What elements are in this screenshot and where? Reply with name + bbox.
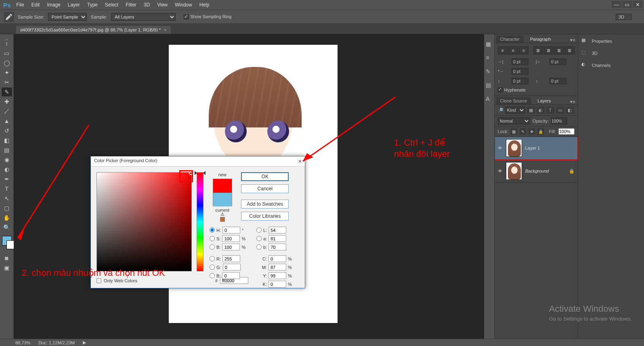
fill-input[interactable] xyxy=(558,128,575,135)
zoom-tool[interactable]: 🔍 xyxy=(2,223,12,232)
channels-collapsed[interactable]: ◐Channels xyxy=(581,62,641,69)
close-icon[interactable]: × xyxy=(298,158,302,165)
quick-mask[interactable]: ◙ xyxy=(2,254,12,263)
s-input[interactable] xyxy=(222,235,240,242)
align-center[interactable]: ≡ xyxy=(508,46,518,54)
menu-type[interactable]: Type xyxy=(87,2,98,8)
opacity-input[interactable] xyxy=(551,117,567,125)
mini-para-icon[interactable]: ≡ xyxy=(486,54,492,61)
screen-modes[interactable]: ▣ xyxy=(2,263,12,272)
y-input[interactable] xyxy=(269,272,286,279)
crop-tool[interactable]: ✂ xyxy=(2,78,12,87)
color-libraries-button[interactable]: Color Libraries xyxy=(241,212,289,221)
menu-window[interactable]: Window xyxy=(175,2,192,8)
filter-adjust-icon[interactable]: ◐ xyxy=(537,106,545,114)
path-tool[interactable]: ↖ xyxy=(2,194,12,203)
filter-smart-icon[interactable]: ◧ xyxy=(566,106,574,114)
heal-tool[interactable]: ✚ xyxy=(2,97,12,106)
align-left[interactable]: ≡ xyxy=(498,46,508,54)
lock-transparency-icon[interactable]: ▦ xyxy=(511,128,517,135)
hyphenate-checkbox[interactable] xyxy=(498,88,503,92)
menu-filter[interactable]: Filter xyxy=(126,2,136,8)
justify-right[interactable]: ≣ xyxy=(554,46,564,54)
layer-thumbnail[interactable] xyxy=(506,162,522,180)
eraser-tool[interactable]: ◧ xyxy=(2,136,12,145)
space-after-input[interactable] xyxy=(550,78,566,84)
lock-pixels-icon[interactable]: ✎ xyxy=(520,128,526,135)
layer-filter-kind[interactable]: Kind xyxy=(505,106,525,114)
menu-help[interactable]: Help xyxy=(199,2,210,8)
zoom-level[interactable]: 88,73% xyxy=(15,340,30,345)
blur-tool[interactable]: ◉ xyxy=(2,155,12,164)
r-radio[interactable] xyxy=(210,256,215,261)
color-field[interactable] xyxy=(96,172,192,271)
window-close[interactable]: ✕ xyxy=(633,1,642,8)
document-tab[interactable]: d409f73302c5d1aa666ec0ae1d4e797f.jpg @ 8… xyxy=(16,26,171,34)
layers-panel-menu[interactable]: ▾≡ xyxy=(570,99,575,104)
l-radio[interactable] xyxy=(256,227,262,233)
mini-nav-icon[interactable]: ▦ xyxy=(486,41,492,47)
dodge-tool[interactable]: ◐ xyxy=(2,165,12,174)
menu-view[interactable]: View xyxy=(157,2,168,8)
justify-all[interactable]: ≣ xyxy=(565,46,575,54)
doc-info[interactable]: Doc: 1,12M/2,23M xyxy=(38,340,75,345)
justify-left[interactable]: ≣ xyxy=(533,46,543,54)
ok-button[interactable]: OK xyxy=(241,172,289,181)
hue-slider[interactable] xyxy=(197,172,203,271)
pen-tool[interactable]: ✒ xyxy=(2,175,12,183)
mini-swatch-icon[interactable]: ▤ xyxy=(486,82,492,88)
visibility-icon[interactable]: 👁 xyxy=(498,146,503,150)
add-swatches-button[interactable]: Add to Swatches xyxy=(241,200,289,208)
lock-all-icon[interactable]: 🔒 xyxy=(537,128,544,135)
lock-position-icon[interactable]: ✥ xyxy=(529,128,535,135)
filter-shape-icon[interactable]: ▭ xyxy=(556,106,564,114)
menu-3d[interactable]: 3D xyxy=(144,2,150,8)
filter-pixel-icon[interactable]: ▦ xyxy=(527,106,535,114)
c-input[interactable] xyxy=(269,255,286,262)
visibility-icon[interactable]: 👁 xyxy=(498,169,503,173)
gamut-warning-icon[interactable]: ⚠ xyxy=(220,212,224,217)
type-tool[interactable]: T xyxy=(2,184,12,193)
indent-right-input[interactable] xyxy=(550,58,566,65)
gradient-tool[interactable]: ▤ xyxy=(2,146,12,154)
s-radio[interactable] xyxy=(210,236,215,241)
m-input[interactable] xyxy=(269,264,286,271)
tab-clone-source[interactable]: Clone Source xyxy=(496,97,531,104)
g-radio[interactable] xyxy=(210,265,215,270)
color-picker-dialog[interactable]: Color Picker (Foreground Color) × new cu… xyxy=(90,156,305,288)
blend-mode-select[interactable]: Normal xyxy=(498,117,530,125)
menu-file[interactable]: File xyxy=(16,2,24,8)
align-right[interactable]: ≡ xyxy=(519,46,529,54)
filter-type-icon[interactable]: T xyxy=(546,106,554,114)
r-input[interactable] xyxy=(222,255,240,262)
layer-item-layer1[interactable]: 👁 Layer 1 xyxy=(495,137,578,160)
marquee-tool[interactable]: ▭ xyxy=(2,49,12,58)
menu-select[interactable]: Select xyxy=(105,2,118,8)
b-input[interactable] xyxy=(222,244,240,250)
mini-brush-icon[interactable]: ✎ xyxy=(486,68,492,75)
layer-thumbnail[interactable] xyxy=(506,139,522,157)
show-ring-checkbox[interactable] xyxy=(184,15,189,19)
lasso-tool[interactable]: ◯ xyxy=(2,58,12,67)
h-radio[interactable] xyxy=(210,227,215,233)
h-input[interactable] xyxy=(222,227,240,233)
current-color-swatch[interactable] xyxy=(213,193,232,206)
sample-size-select[interactable]: Point Sample xyxy=(48,13,87,21)
layer-name[interactable]: Layer 1 xyxy=(525,146,540,150)
eyedropper-tool[interactable]: ✎ xyxy=(2,88,12,96)
indent-left-input[interactable] xyxy=(512,58,529,65)
layer-item-background[interactable]: 👁 Background 🔒 xyxy=(495,160,578,183)
only-web-checkbox[interactable] xyxy=(96,278,101,283)
tab-paragraph[interactable]: Paragraph xyxy=(526,35,555,43)
tab-character[interactable]: Character xyxy=(496,35,524,43)
firstline-input[interactable] xyxy=(512,68,529,75)
window-restore[interactable]: ▭ xyxy=(622,1,632,8)
wand-tool[interactable]: ✦ xyxy=(2,68,12,77)
properties-collapsed[interactable]: ▦Properties xyxy=(581,38,641,45)
k-input[interactable] xyxy=(269,281,286,288)
brush-tool[interactable]: ／ xyxy=(2,107,12,116)
bch-input[interactable] xyxy=(222,272,240,279)
history-brush-tool[interactable]: ↺ xyxy=(2,126,12,135)
space-before-input[interactable] xyxy=(512,78,529,84)
stamp-tool[interactable]: ▲ xyxy=(2,117,12,125)
